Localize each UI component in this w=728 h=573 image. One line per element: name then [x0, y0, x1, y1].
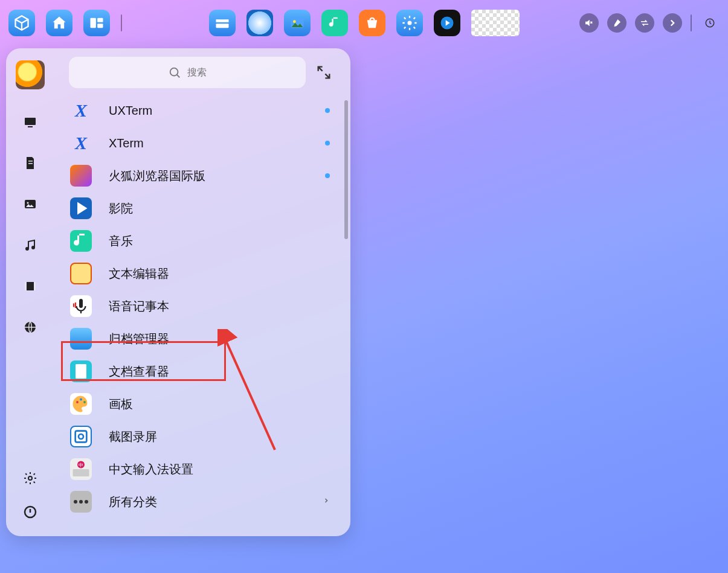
svg-point-16	[26, 248, 28, 250]
svg-point-31	[79, 434, 83, 439]
svg-point-22	[28, 476, 32, 480]
app-label: UXTerm	[109, 104, 152, 118]
document-viewer-icon	[70, 360, 92, 382]
app-item-editor[interactable]: 文本编辑器	[62, 257, 343, 290]
launcher-main: 搜索 X UXTerm X XTerm 火狐浏览器国际版 影院	[54, 48, 350, 536]
brush-icon[interactable]	[607, 13, 627, 33]
category-computer-icon[interactable]	[22, 114, 39, 130]
browser-icon[interactable]	[246, 10, 273, 36]
svg-rect-11	[28, 126, 33, 127]
user-avatar[interactable]	[16, 60, 45, 89]
more-icon	[70, 491, 92, 513]
new-indicator-dot	[325, 108, 330, 113]
taskbar-left	[8, 10, 122, 36]
screenshot-icon	[70, 426, 92, 447]
svg-rect-10	[25, 118, 36, 125]
new-indicator-dot	[325, 173, 330, 178]
svg-rect-13	[28, 163, 33, 164]
video-player-icon[interactable]	[434, 10, 460, 36]
archive-icon	[70, 328, 92, 350]
svg-point-24	[170, 68, 178, 76]
new-indicator-dot	[325, 141, 330, 146]
volume-mute-icon[interactable]	[579, 13, 599, 33]
app-item-archive[interactable]: 归档管理器	[62, 322, 343, 355]
app-item-draw[interactable]: 画板	[62, 388, 343, 420]
app-item-capture[interactable]: 截图录屏	[62, 420, 343, 453]
app-label: 影院	[109, 200, 133, 217]
svg-point-7	[407, 21, 411, 25]
taskbar-separator	[121, 14, 122, 31]
svg-rect-0	[91, 18, 96, 28]
app-label: 画板	[109, 396, 133, 412]
files-icon[interactable]	[209, 10, 236, 36]
svg-point-29	[83, 401, 86, 403]
keyboard-ime-icon: 中	[70, 458, 92, 480]
app-item-ime[interactable]: 中 中文输入法设置	[62, 453, 343, 485]
app-label: 音乐	[109, 233, 133, 249]
home-icon[interactable]	[46, 10, 72, 36]
settings-icon[interactable]	[396, 10, 423, 36]
app-item-docview[interactable]: 文档查看器	[62, 355, 343, 388]
app-item-all-categories[interactable]: 所有分类	[62, 485, 343, 518]
launcher-cube-icon[interactable]	[8, 10, 35, 36]
app-label: 归档管理器	[109, 331, 169, 347]
svg-rect-32	[73, 469, 89, 476]
app-item-voicenote[interactable]: 语音记事本	[62, 290, 343, 322]
terminal-x-icon: X	[70, 132, 92, 154]
search-input[interactable]: 搜索	[69, 57, 306, 88]
app-item-firefox[interactable]: 火狐浏览器国际版	[62, 159, 343, 192]
search-placeholder: 搜索	[187, 66, 207, 79]
app-label: 文档查看器	[109, 363, 169, 380]
app-label: 所有分类	[109, 494, 157, 510]
app-label: 语音记事本	[109, 298, 169, 315]
category-music-icon[interactable]	[22, 237, 39, 254]
svg-point-15	[27, 202, 29, 204]
svg-rect-1	[97, 18, 103, 22]
svg-rect-4	[216, 24, 228, 28]
app-item-xterm[interactable]: X XTerm	[62, 127, 343, 159]
expand-icon[interactable]	[315, 64, 332, 81]
photos-icon[interactable]	[284, 10, 311, 36]
category-video-icon[interactable]	[22, 278, 39, 295]
svg-text:中: 中	[79, 463, 83, 468]
category-image-icon[interactable]	[22, 196, 39, 213]
scrollbar-thumb[interactable]	[344, 100, 348, 239]
settings-gear-icon[interactable]	[22, 470, 39, 487]
chevron-right-icon	[323, 495, 330, 508]
svg-rect-25	[79, 299, 83, 308]
svg-point-35	[74, 500, 77, 504]
microphone-icon	[70, 295, 92, 317]
text-editor-icon	[70, 263, 92, 284]
taskbar-center	[209, 10, 520, 36]
taskbar-separator	[691, 14, 692, 31]
taskbar-right	[579, 13, 720, 33]
svg-rect-3	[216, 19, 228, 22]
category-globe-icon[interactable]	[22, 319, 39, 336]
app-list: X UXTerm X XTerm 火狐浏览器国际版 影院 音乐	[54, 94, 343, 528]
music-player-icon[interactable]	[321, 10, 348, 36]
app-item-music[interactable]: 音乐	[62, 225, 343, 257]
app-item-theater[interactable]: 影院	[62, 192, 343, 225]
workspace-icon[interactable]	[83, 10, 110, 36]
launcher-sidebar	[6, 48, 54, 536]
app-label: XTerm	[109, 136, 144, 150]
app-label: 火狐浏览器国际版	[109, 168, 205, 184]
app-label: 截图录屏	[109, 429, 157, 445]
firefox-icon	[70, 165, 92, 187]
svg-point-17	[32, 246, 34, 249]
svg-rect-2	[97, 24, 103, 28]
category-document-icon[interactable]	[22, 155, 39, 171]
svg-rect-26	[76, 364, 86, 379]
svg-rect-12	[28, 161, 33, 162]
chevron-right-icon[interactable]	[663, 13, 682, 33]
svg-rect-20	[34, 282, 36, 290]
launcher-panel: 搜索 X UXTerm X XTerm 火狐浏览器国际版 影院	[6, 48, 350, 536]
power-icon[interactable]	[22, 504, 39, 520]
clock-icon[interactable]	[700, 13, 720, 33]
app-store-icon[interactable]	[359, 10, 385, 36]
svg-rect-19	[25, 282, 27, 290]
app-item-uxterm[interactable]: X UXTerm	[62, 94, 343, 127]
terminal-x-icon: X	[70, 100, 92, 121]
music-note-icon	[70, 230, 92, 252]
transfer-icon[interactable]	[635, 13, 654, 33]
